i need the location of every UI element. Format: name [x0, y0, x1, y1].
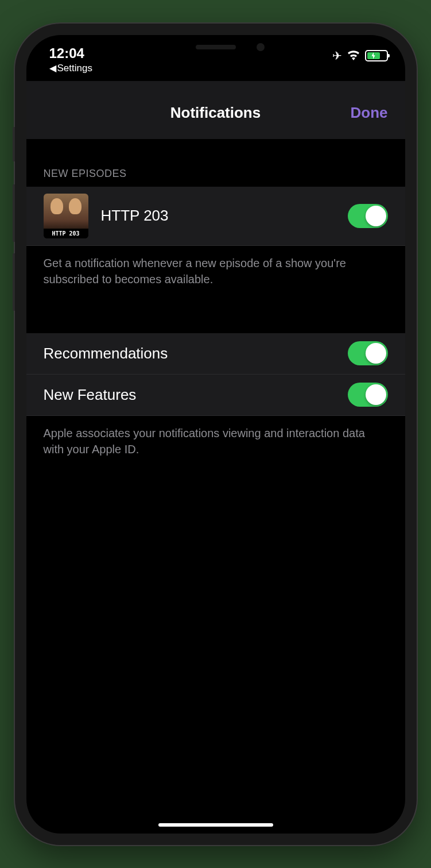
- status-time: 12:04: [49, 45, 92, 61]
- row-recommendations[interactable]: Recommendations: [26, 333, 405, 375]
- back-arrow-icon: ◀: [49, 63, 56, 74]
- screen: 12:04 ◀ Settings ✈ Notifications: [26, 35, 405, 834]
- done-button[interactable]: Done: [351, 104, 388, 122]
- toggle-knob: [366, 206, 386, 226]
- toggle-knob: [366, 384, 386, 405]
- speaker-grille: [196, 45, 236, 49]
- row-new-features[interactable]: New Features: [26, 375, 405, 416]
- notch: [135, 35, 296, 59]
- section-header-new-episodes: NEW EPISODES: [26, 139, 405, 187]
- show-row-http203[interactable]: HTTP 203 HTTP 203: [26, 187, 405, 246]
- toggle-http203[interactable]: [348, 204, 388, 228]
- toggle-knob: [366, 343, 386, 364]
- breadcrumb-back[interactable]: ◀ Settings: [49, 63, 92, 74]
- battery-icon: [365, 50, 388, 61]
- wifi-icon: [347, 49, 360, 63]
- thumbnail-label: HTTP 203: [44, 229, 88, 238]
- toggle-new-features[interactable]: [348, 383, 388, 407]
- toggle-recommendations[interactable]: [348, 341, 388, 365]
- front-camera: [257, 43, 265, 51]
- breadcrumb-label: Settings: [57, 63, 92, 74]
- content-area: NEW EPISODES HTTP 203 HTTP 203 Get a not…: [26, 139, 405, 474]
- show-title-label: HTTP 203: [101, 207, 348, 225]
- airplane-mode-icon: ✈: [332, 49, 342, 63]
- section-footer-new-episodes: Get a notification whenever a new episod…: [26, 246, 405, 304]
- nav-header: Notifications Done: [26, 81, 405, 139]
- new-features-label: New Features: [44, 386, 348, 404]
- section-footer-general: Apple associates your notifications view…: [26, 416, 405, 474]
- home-indicator[interactable]: [158, 823, 273, 827]
- show-thumbnail: HTTP 203: [44, 194, 88, 238]
- recommendations-label: Recommendations: [44, 345, 348, 362]
- phone-frame: 12:04 ◀ Settings ✈ Notifications: [15, 24, 417, 845]
- page-title: Notifications: [170, 104, 261, 122]
